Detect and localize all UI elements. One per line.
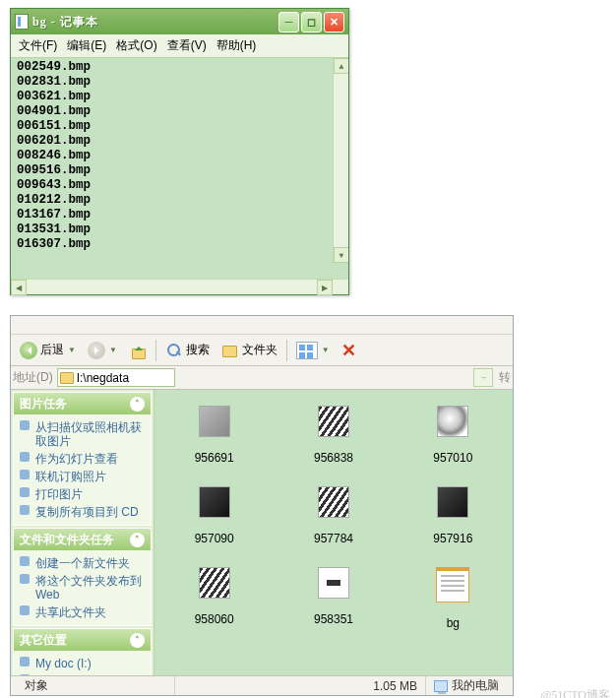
panel-header[interactable]: 文件和文件夹任务 ˄ xyxy=(14,529,151,550)
file-thumbnail xyxy=(437,406,468,437)
explorer-menubar xyxy=(11,316,513,335)
file-item[interactable]: 958351 xyxy=(274,561,393,646)
status-bar: 对象 1.05 MB 我的电脑 xyxy=(11,675,513,695)
panel-title: 图片任务 xyxy=(20,396,67,412)
file-thumbnail xyxy=(436,567,469,603)
chevron-down-icon[interactable]: ▼ xyxy=(68,346,76,354)
scroll-up-icon[interactable]: ▲ xyxy=(334,58,348,74)
file-thumbnail xyxy=(199,486,230,518)
panel-picture-tasks: 图片任务 ˄ 从扫描仪或照相机获取图片作为幻灯片查看联机订购照片打印图片复制所有… xyxy=(13,392,152,526)
task-link[interactable]: 打印图片 xyxy=(20,485,145,503)
go-button[interactable]: → xyxy=(473,368,493,387)
forward-button[interactable]: ▼ xyxy=(83,338,122,363)
panel-title: 其它位置 xyxy=(20,632,67,649)
horizontal-scrollbar[interactable]: ◀ ▶ xyxy=(11,279,348,294)
address-path: I:\negdata xyxy=(77,371,129,385)
text-line: 003621.bmp xyxy=(17,90,348,104)
maximize-button[interactable]: ◻ xyxy=(301,12,322,32)
task-link[interactable]: 从扫描仪或照相机获取图片 xyxy=(20,418,145,450)
notepad-window: bg - 记事本 ─ ◻ ✕ 文件(F) 编辑(E) 格式(O) 查看(V) 帮… xyxy=(10,8,349,295)
file-name: bg xyxy=(394,616,513,630)
folders-button[interactable]: 文件夹 xyxy=(216,338,282,363)
file-name: 957916 xyxy=(394,532,513,545)
explorer-window: 后退 ▼ ▼ 搜索 文件夹 ▼ ✕ 地址(D) I: xyxy=(10,315,514,696)
explorer-sidebar: 图片任务 ˄ 从扫描仪或照相机获取图片作为幻灯片查看联机订购照片打印图片复制所有… xyxy=(11,390,154,675)
views-icon xyxy=(296,342,318,359)
folders-icon xyxy=(221,342,239,359)
search-label: 搜索 xyxy=(186,342,210,358)
chevron-down-icon[interactable]: ▼ xyxy=(109,346,117,354)
delete-button[interactable]: ✕ xyxy=(337,338,361,363)
menu-format[interactable]: 格式(O) xyxy=(112,36,160,55)
task-link[interactable]: 联机订购照片 xyxy=(20,468,145,485)
watermark: @51CTO博客 xyxy=(540,687,610,698)
file-name: 956838 xyxy=(274,451,393,465)
menu-view[interactable]: 查看(V) xyxy=(163,36,211,55)
scroll-right-icon[interactable]: ▶ xyxy=(317,280,333,295)
file-item[interactable]: 957784 xyxy=(274,480,393,561)
menubar-faded xyxy=(17,318,20,332)
scroll-down-icon[interactable]: ▼ xyxy=(334,247,348,263)
collapse-icon[interactable]: ˄ xyxy=(130,397,145,412)
panel-header[interactable]: 其它位置 ˄ xyxy=(14,629,151,651)
status-objects: 对象 xyxy=(17,676,174,695)
file-name: 957010 xyxy=(394,451,513,465)
file-item[interactable]: bg xyxy=(394,561,513,646)
views-button[interactable]: ▼ xyxy=(291,338,335,363)
resize-grip[interactable] xyxy=(333,280,348,295)
file-item[interactable]: 957090 xyxy=(154,480,274,561)
chevron-down-icon[interactable]: ▼ xyxy=(322,346,330,354)
minimize-button[interactable]: ─ xyxy=(278,12,299,32)
text-line: 009643.bmp xyxy=(17,178,348,193)
file-thumbnail xyxy=(318,406,349,437)
text-line: 013167.bmp xyxy=(17,208,348,222)
file-item[interactable]: 956838 xyxy=(274,400,393,480)
notepad-titlebar[interactable]: bg - 记事本 ─ ◻ ✕ xyxy=(11,9,348,34)
collapse-icon[interactable]: ˄ xyxy=(130,633,145,648)
file-item[interactable]: 958060 xyxy=(154,561,274,646)
file-name: 958351 xyxy=(274,612,393,626)
file-thumbnail xyxy=(318,486,349,518)
status-size: 1.05 MB xyxy=(174,676,425,695)
text-line: 002549.bmp xyxy=(17,60,348,75)
up-button[interactable] xyxy=(124,338,152,363)
file-name: 958060 xyxy=(154,612,274,626)
folders-label: 文件夹 xyxy=(242,342,277,358)
file-item[interactable]: 957916 xyxy=(394,480,513,561)
file-item[interactable]: 956691 xyxy=(154,400,274,480)
file-thumbnail xyxy=(437,486,468,518)
computer-icon xyxy=(434,680,448,692)
folder-icon xyxy=(60,372,74,384)
notepad-menubar: 文件(F) 编辑(E) 格式(O) 查看(V) 帮助(H) xyxy=(11,34,348,58)
file-name: 957784 xyxy=(274,532,393,545)
task-link[interactable]: 作为幻灯片查看 xyxy=(20,450,145,468)
task-link[interactable]: My doc (I:) xyxy=(20,655,145,672)
menu-help[interactable]: 帮助(H) xyxy=(213,36,261,55)
task-link[interactable]: 图片收藏 xyxy=(20,672,145,675)
notepad-textarea[interactable]: 002549.bmp002831.bmp003621.bmp004901.bmp… xyxy=(11,58,348,279)
file-thumbnail xyxy=(199,406,230,437)
notepad-title: bg - 记事本 xyxy=(32,14,278,31)
task-link[interactable]: 创建一个新文件夹 xyxy=(20,554,145,572)
task-link[interactable]: 将这个文件夹发布到 Web xyxy=(20,572,145,603)
file-thumbnail xyxy=(318,567,349,599)
address-input[interactable]: I:\negdata xyxy=(57,368,175,387)
back-button[interactable]: 后退 ▼ xyxy=(15,338,81,363)
close-button[interactable]: ✕ xyxy=(324,12,344,32)
task-link[interactable]: 共享此文件夹 xyxy=(20,603,145,621)
collapse-icon[interactable]: ˄ xyxy=(130,533,145,547)
menu-edit[interactable]: 编辑(E) xyxy=(63,36,110,55)
text-line: 004901.bmp xyxy=(17,104,348,119)
file-item[interactable]: 957010 xyxy=(394,400,513,480)
panel-header[interactable]: 图片任务 ˄ xyxy=(14,393,151,414)
text-line: 006151.bmp xyxy=(17,119,348,134)
menu-file[interactable]: 文件(F) xyxy=(15,36,61,55)
vertical-scrollbar[interactable]: ▲ ▼ xyxy=(333,58,348,263)
file-pane[interactable]: 9566919568389570109570909577849579169580… xyxy=(154,390,513,675)
scroll-left-icon[interactable]: ◀ xyxy=(11,280,27,295)
text-line: 008246.bmp xyxy=(17,149,348,163)
task-link[interactable]: 复制所有项目到 CD xyxy=(20,503,145,521)
separator xyxy=(286,340,287,361)
search-button[interactable]: 搜索 xyxy=(160,338,215,363)
panel-file-folder-tasks: 文件和文件夹任务 ˄ 创建一个新文件夹将这个文件夹发布到 Web共享此文件夹 xyxy=(13,528,152,626)
